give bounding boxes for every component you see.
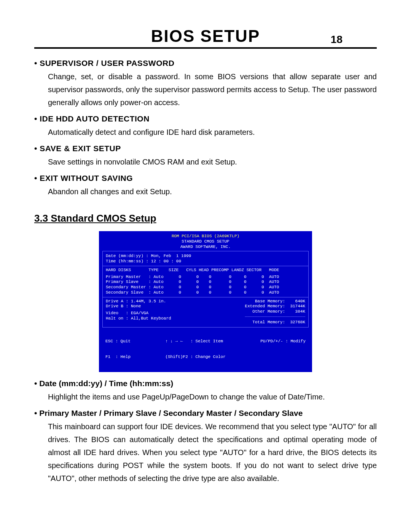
bullet-title-save: SAVE & EXIT SETUP xyxy=(34,144,377,153)
bios-disk-row: Primary Master : Auto 0 0 0 0 0 0 AUTO xyxy=(106,275,305,280)
header-title: BIOS SETUP xyxy=(151,27,260,46)
bullet-text-exit: Abandon all changes and exit Setup. xyxy=(48,185,377,198)
bios-footer: ESC : Quit F1 : Help ↑ ↓ → ← : Select It… xyxy=(102,328,309,370)
bullet-title-ide: IDE HDD AUTO DETECTION xyxy=(34,114,377,123)
bios-header-3: AWARD SOFTWARE, INC. xyxy=(102,244,309,250)
bullet-text-save: Save settings in nonvolatile CMOS RAM an… xyxy=(48,155,377,168)
subsection-title: 3.3 Standard CMOS Setup xyxy=(34,212,377,224)
bios-footer-pupd: PU/PD/+/- : Modify xyxy=(260,339,306,344)
bios-footer-f1: F1 : Help xyxy=(105,355,131,360)
bios-drive-a: Drive A : 1.44M, 3.5 in. xyxy=(106,299,171,304)
bios-mem-other: Other Memory: 384K xyxy=(245,309,305,315)
bullet-text-ide: Automatically detect and configure IDE h… xyxy=(48,126,377,139)
bios-header-2: STANDARD CMOS SETUP xyxy=(102,239,309,244)
bios-disk-row: Secondary Master : Auto 0 0 0 0 0 0 AUTO xyxy=(106,285,305,290)
bios-footer-esc: ESC : Quit xyxy=(105,339,131,344)
bios-disk-row: Secondary Slave : Auto 0 0 0 0 0 0 AUTO xyxy=(106,290,305,296)
bios-footer-arrows: ↑ ↓ → ← : Select Item xyxy=(165,339,225,344)
bullet-title-exit: EXIT WITHOUT SAVING xyxy=(34,174,377,183)
bios-mem-total: Total Memory: 32768K xyxy=(245,320,305,325)
bios-drive-b: Drive B : None xyxy=(106,304,171,309)
bullet-title-supervisor: SUPERVISOR / USER PASSWORD xyxy=(34,59,377,68)
bios-mem-base: Base Memory: 640K xyxy=(245,299,305,304)
bios-header-1: ROM PCI/ISA BIOS (2A69KTLP) xyxy=(102,234,309,239)
bios-mem-sep: ──────────────────────── xyxy=(245,315,305,320)
bios-date: Date (mm:dd:yy) : Mon, Feb 1 1999 xyxy=(106,254,305,259)
bios-footer-shiftf2: (Shift)F2 : Change Color xyxy=(165,355,225,360)
bullet-title-primary: Primary Master / Primary Slave / Seconda… xyxy=(34,409,377,418)
bios-disk-header: HARD DISKS TYPE SIZE CYLS HEAD PRECOMP L… xyxy=(106,268,305,273)
bullet-title-date: Date (mm:dd:yy) / Time (hh:mm:ss) xyxy=(34,379,377,388)
bios-main-box: Date (mm:dd:yy) : Mon, Feb 1 1999 Time (… xyxy=(102,251,309,328)
bullet-text-primary: This mainboard can support four IDE devi… xyxy=(48,420,377,485)
bios-halt: Halt on : All,But Keyboard xyxy=(106,316,171,321)
bullet-text-date: Highlight the items and use PageUp/PageD… xyxy=(48,390,377,403)
bios-video: Video : EGA/VGA xyxy=(106,311,171,316)
page-number: 18 xyxy=(331,34,342,46)
bios-screenshot: ROM PCI/ISA BIOS (2A69KTLP) STANDARD CMO… xyxy=(99,231,312,372)
bios-disk-row: Primary Slave : Auto 0 0 0 0 0 0 AUTO xyxy=(106,280,305,285)
bios-time: Time (hh:mm:ss) : 12 : 00 : 00 xyxy=(106,259,305,264)
page-header: BIOS SETUP 18 xyxy=(34,27,377,49)
bullet-text-supervisor: Change, set, or disable a password. In s… xyxy=(48,70,377,109)
bios-mem-ext: Extended Memory: 31744K xyxy=(245,304,305,309)
